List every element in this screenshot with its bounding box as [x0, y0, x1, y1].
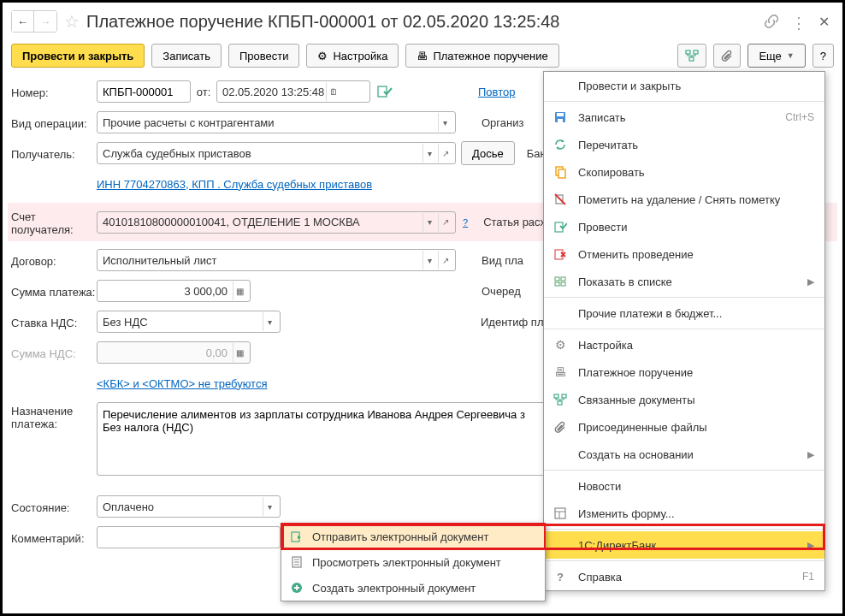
calc-icon[interactable]: ▦ — [233, 281, 246, 300]
kebab-icon[interactable]: ⋮ — [791, 14, 807, 29]
more-menu-item[interactable]: Изменить форму... — [544, 500, 824, 527]
more-menu-item[interactable]: ЗаписатьCtrl+S — [544, 104, 824, 131]
favorite-star-icon[interactable]: ☆ — [64, 11, 80, 32]
structure-button[interactable] — [677, 44, 706, 68]
more-menu-item[interactable]: Провести — [544, 213, 824, 240]
chevron-right-icon: ▶ — [807, 449, 814, 460]
nav-back[interactable]: ← — [12, 11, 34, 32]
kbk-link[interactable]: <КБК> и <ОКТМО> не требуются — [97, 377, 267, 390]
save-icon — [552, 110, 568, 125]
linked-icon — [552, 392, 568, 407]
more-menu-item[interactable]: 1С:ДиректБанк▶ — [544, 531, 824, 559]
post-button[interactable]: Провести — [228, 44, 300, 68]
gear-icon: ⚙ — [317, 50, 328, 62]
svg-rect-19 — [561, 277, 565, 281]
org-label: Организ — [482, 116, 523, 129]
chevron-down-icon[interactable]: ▾ — [263, 312, 276, 331]
add-icon — [290, 581, 304, 595]
optype-field[interactable]: Прочие расчеты с контрагентами▾ — [97, 111, 456, 133]
help-button[interactable]: ? — [812, 44, 834, 68]
svg-rect-14 — [558, 169, 565, 178]
open-icon[interactable]: ↗ — [438, 213, 452, 232]
edoc-item[interactable]: Создать электронный документ — [281, 575, 545, 601]
more-menu-item[interactable]: Прочие платежи в бюджет... — [544, 299, 824, 327]
contract-field[interactable]: Исполнительный лист▾↗ — [97, 249, 456, 271]
calendar-icon[interactable]: 🗓 — [326, 82, 340, 101]
amount-field[interactable]: 3 000,00▦ — [97, 280, 251, 302]
svg-rect-0 — [686, 50, 690, 54]
chevron-down-icon[interactable]: ▾ — [422, 251, 436, 270]
gear-icon: ⚙ — [552, 337, 568, 352]
post-and-close-button[interactable]: Провести и закрыть — [11, 44, 145, 68]
more-menu-item[interactable]: 🖶Платежное поручение — [544, 358, 824, 386]
link-icon[interactable] — [764, 14, 779, 29]
purpose-label: Назначение платежа: — [11, 402, 97, 430]
more-menu-item[interactable]: ⚙Настройка — [544, 331, 824, 358]
more-menu-item[interactable]: Перечитать — [544, 131, 824, 158]
open-icon[interactable]: ↗ — [438, 251, 452, 270]
attach-button[interactable] — [713, 44, 741, 68]
more-menu-item[interactable]: Отменить проведение — [544, 240, 824, 268]
svg-rect-17 — [555, 250, 563, 259]
form-icon — [552, 506, 568, 521]
chevron-down-icon[interactable]: ▾ — [422, 144, 436, 163]
recipient-label: Получатель: — [11, 145, 97, 161]
svg-rect-3 — [378, 86, 387, 97]
nav-arrows: ← → — [11, 10, 57, 33]
svg-rect-24 — [558, 401, 562, 405]
blank-icon — [552, 447, 568, 462]
calc-icon: ▦ — [233, 343, 246, 362]
recipient-field[interactable]: Служба судебных приставов▾↗ — [97, 142, 456, 164]
more-button[interactable]: Еще▼ — [748, 44, 805, 68]
more-menu-item[interactable]: Новости — [544, 472, 824, 500]
svg-rect-23 — [562, 394, 566, 398]
purpose-field[interactable]: Перечисление алиментов из зарплаты сотру… — [97, 402, 601, 476]
status-label: Состояние: — [11, 499, 97, 514]
comment-field[interactable] — [97, 526, 281, 548]
svg-rect-2 — [689, 57, 694, 61]
edoc-item[interactable]: Просмотреть электронный документ — [281, 549, 545, 575]
repeat-link[interactable]: Повтор — [478, 86, 515, 98]
date-field[interactable]: 02.05.2020 13:25:48🗓 — [216, 80, 370, 103]
vatamount-label: Сумма НДС: — [11, 345, 97, 360]
svg-rect-22 — [554, 394, 558, 398]
vatrate-field[interactable]: Без НДС▾ — [97, 311, 281, 333]
comment-label: Комментарий: — [11, 530, 97, 545]
dossier-button[interactable]: Досье — [461, 141, 515, 165]
settings-button[interactable]: ⚙Настройка — [306, 44, 399, 68]
close-icon[interactable]: ✕ — [818, 14, 834, 29]
more-menu-item[interactable]: Показать в списке▶ — [544, 268, 824, 295]
more-menu-item[interactable]: ?СправкаF1 — [544, 563, 824, 590]
edoc-item[interactable]: Отправить электронный документ — [281, 524, 545, 549]
help-qmark[interactable]: ? — [463, 217, 468, 228]
more-menu-item[interactable]: Провести и закрыть — [544, 72, 824, 99]
recipacc-field[interactable]: 40101810800000010041, ОТДЕЛЕНИЕ 1 МОСКВА… — [97, 211, 456, 234]
svg-rect-20 — [555, 282, 559, 286]
more-menu-item[interactable]: Создать на основании▶ — [544, 441, 824, 468]
help-icon: ? — [552, 569, 568, 584]
inn-link[interactable]: ИНН 7704270863, КПП . Служба судебных пр… — [97, 178, 372, 191]
post-icon — [552, 219, 568, 234]
chevron-down-icon[interactable]: ▾ — [263, 497, 276, 516]
status-field[interactable]: Оплачено▾ — [97, 495, 281, 518]
chevron-right-icon: ▶ — [807, 540, 814, 551]
more-menu-item[interactable]: Скопировать — [544, 158, 824, 186]
nav-forward[interactable]: → — [34, 11, 56, 32]
more-menu-item[interactable]: Связанные документы — [544, 386, 824, 413]
save-button[interactable]: Записать — [151, 44, 222, 68]
chevron-down-icon[interactable]: ▾ — [438, 113, 452, 132]
chevron-down-icon[interactable]: ▾ — [422, 213, 436, 232]
number-field[interactable] — [97, 80, 191, 103]
blank-icon — [552, 537, 568, 553]
recipacc-label: Счет получателя: — [11, 208, 97, 236]
more-menu-item[interactable]: Пометить на удаление / Снять пометку — [544, 186, 824, 213]
delete-icon — [552, 192, 568, 207]
printer-icon: 🖶 — [417, 50, 428, 62]
more-menu-item[interactable]: Присоединенные файлы — [544, 413, 824, 441]
print-button[interactable]: 🖶Платежное поручение — [405, 44, 558, 68]
open-icon[interactable]: ↗ — [438, 144, 452, 163]
refresh-icon — [552, 137, 568, 152]
svg-rect-11 — [557, 113, 564, 116]
unpost-icon — [552, 246, 568, 262]
attach-icon — [552, 419, 568, 435]
